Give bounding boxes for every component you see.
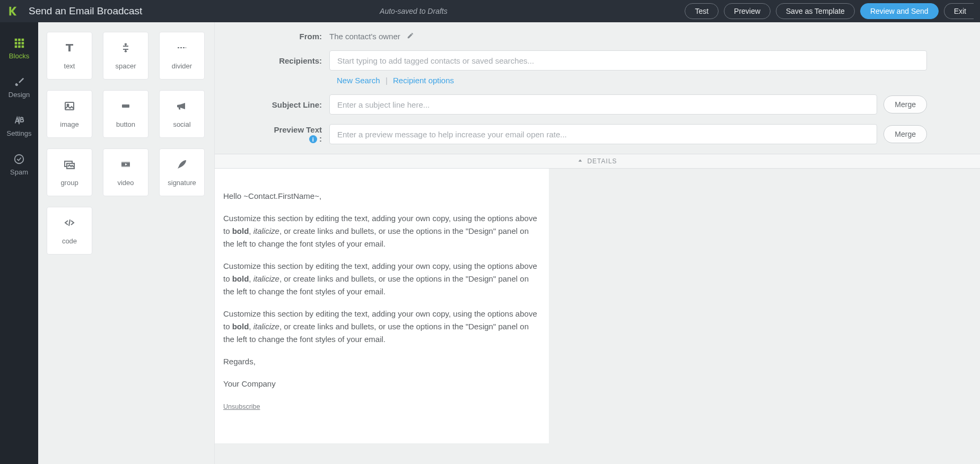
details-label: DETAILS: [587, 157, 617, 165]
topbar: Send an Email Broadcast Auto-saved to Dr…: [0, 0, 980, 22]
details-toggle[interactable]: DETAILS: [215, 154, 980, 169]
video-icon: [119, 158, 132, 172]
topbar-actions: Test Preview Save as Template Review and…: [685, 3, 980, 19]
svg-rect-18: [121, 166, 130, 167]
from-row: From: The contact's owner: [268, 32, 927, 41]
caret-up-icon: [578, 157, 583, 165]
image-icon: [63, 100, 76, 114]
preview-text-row: Preview Text i : Merge: [268, 124, 927, 144]
block-label: code: [62, 237, 77, 245]
rail-label: Design: [8, 91, 30, 99]
grid-icon: [0, 37, 38, 49]
greeting: Hello ~Contact.FirstName~,: [223, 190, 540, 203]
rail-spam[interactable]: Spam: [0, 147, 38, 186]
new-search-link[interactable]: New Search: [337, 76, 380, 85]
block-group[interactable]: group: [47, 148, 92, 196]
ab-icon: [0, 115, 38, 126]
company: Your Company: [223, 378, 540, 390]
svg-rect-13: [122, 104, 129, 108]
block-spacer[interactable]: spacer: [103, 32, 148, 80]
block-signature[interactable]: signature: [159, 148, 205, 196]
block-divider[interactable]: divider: [159, 32, 205, 80]
email-canvas[interactable]: Hello ~Contact.FirstName~, Customize thi…: [215, 169, 549, 443]
info-icon[interactable]: i: [309, 135, 317, 143]
svg-rect-11: [65, 102, 74, 110]
block-button[interactable]: button: [103, 90, 148, 138]
svg-rect-7: [18, 46, 21, 48]
block-text[interactable]: text: [47, 32, 92, 80]
subject-input[interactable]: [329, 94, 877, 115]
app-logo-icon: [6, 4, 18, 18]
preview-button[interactable]: Preview: [724, 3, 771, 19]
test-button[interactable]: Test: [685, 3, 719, 19]
regards: Regards,: [223, 355, 540, 368]
page-title: Send an Email Broadcast: [29, 5, 142, 17]
recipients-row: Recipients:: [268, 50, 927, 71]
svg-rect-5: [22, 42, 24, 45]
divider-icon: [176, 41, 188, 56]
code-icon: [63, 216, 76, 231]
block-label: spacer: [115, 62, 136, 70]
edit-from-icon[interactable]: [407, 32, 414, 41]
block-code[interactable]: code: [47, 207, 92, 255]
recipients-links: New Search | Recipient options: [337, 76, 927, 85]
rail-settings[interactable]: Settings: [0, 108, 38, 147]
check-circle-icon: [0, 153, 38, 165]
subject-merge-button[interactable]: Merge: [883, 95, 927, 113]
from-label: From:: [268, 32, 329, 41]
block-label: text: [64, 62, 75, 70]
block-image[interactable]: image: [47, 90, 92, 138]
brush-icon: [0, 76, 38, 87]
svg-point-9: [15, 155, 24, 164]
bullhorn-icon: [176, 100, 188, 114]
editor-area: From: The contact's owner Recipients: Ne…: [214, 22, 980, 464]
recipient-options-link[interactable]: Recipient options: [393, 76, 454, 85]
block-social[interactable]: social: [159, 90, 205, 138]
from-value: The contact's owner: [329, 32, 400, 41]
block-label: video: [117, 179, 134, 187]
subject-label: Subject Line:: [268, 100, 329, 109]
spacer-icon: [119, 41, 132, 56]
save-template-button[interactable]: Save as Template: [776, 3, 855, 19]
left-rail: Blocks Design Settings Spam: [0, 22, 38, 464]
recipients-input[interactable]: [329, 50, 927, 71]
svg-rect-2: [22, 39, 24, 41]
block-video[interactable]: video: [103, 148, 148, 196]
recipients-label: Recipients:: [268, 56, 329, 65]
svg-rect-1: [18, 39, 21, 41]
text-icon: [63, 41, 76, 56]
blocks-panel: text spacer divider image button social: [38, 22, 214, 464]
feather-icon: [176, 158, 188, 172]
rail-blocks[interactable]: Blocks: [0, 31, 38, 69]
svg-rect-0: [15, 39, 18, 41]
rail-design[interactable]: Design: [0, 69, 38, 108]
subject-row: Subject Line: Merge: [268, 94, 927, 115]
button-icon: [119, 100, 132, 114]
block-label: button: [116, 120, 135, 128]
review-send-button[interactable]: Review and Send: [860, 3, 939, 19]
svg-rect-6: [15, 46, 18, 48]
rail-label: Settings: [7, 129, 32, 137]
block-label: social: [173, 120, 190, 128]
preview-merge-button[interactable]: Merge: [883, 125, 927, 143]
body-paragraph: Customize this section by editing the te…: [223, 212, 540, 250]
block-label: divider: [172, 62, 192, 70]
block-label: signature: [168, 179, 196, 187]
svg-rect-3: [15, 42, 18, 45]
preview-text-label: Preview Text i :: [268, 125, 329, 144]
svg-rect-4: [18, 42, 21, 45]
exit-button[interactable]: Exit: [944, 3, 974, 19]
rail-label: Blocks: [9, 52, 29, 60]
body-paragraph: Customize this section by editing the te…: [223, 260, 540, 298]
block-label: image: [60, 120, 78, 128]
autosave-status: Auto-saved to Drafts: [142, 7, 685, 15]
svg-rect-8: [22, 46, 24, 48]
block-label: group: [60, 179, 78, 187]
svg-rect-17: [121, 162, 130, 163]
group-icon: [63, 158, 76, 172]
body-paragraph: Customize this section by editing the te…: [223, 308, 540, 346]
unsubscribe-link[interactable]: Unsubscribe: [223, 403, 260, 410]
rail-label: Spam: [10, 168, 28, 176]
preview-text-input[interactable]: [329, 124, 877, 144]
